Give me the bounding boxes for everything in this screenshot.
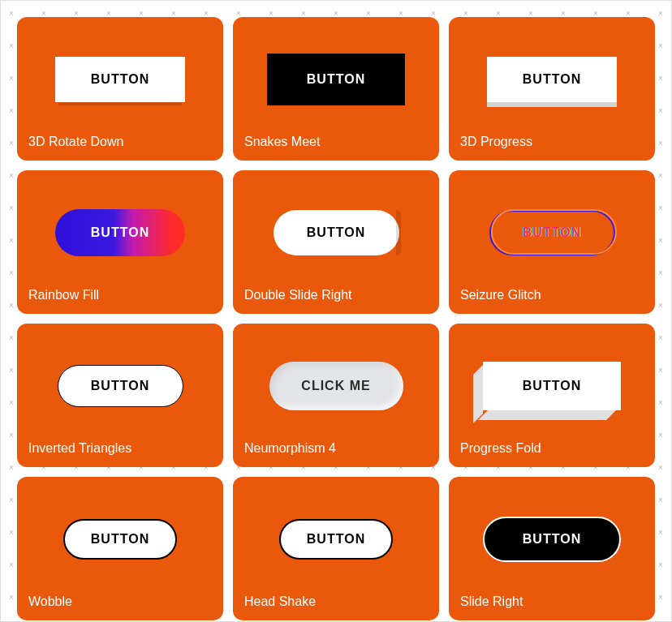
card-progress-fold[interactable]: BUTTON Progress Fold <box>449 324 655 467</box>
button-area: BUTTON <box>460 335 644 436</box>
button-label: BUTTON <box>523 72 581 87</box>
card-slide-right[interactable]: BUTTON Slide Right <box>449 477 655 620</box>
button-label: BUTTON <box>307 72 365 87</box>
button-label: BUTTON <box>91 532 149 547</box>
card-head-shake[interactable]: BUTTON Head Shake <box>233 477 439 620</box>
button-gallery-grid: BUTTON 3D Rotate Down BUTTON Snakes Meet… <box>1 1 671 622</box>
demo-button[interactable]: BUTTON <box>267 54 405 105</box>
card-snakes-meet[interactable]: BUTTON Snakes Meet <box>233 17 439 161</box>
demo-button[interactable]: BUTTON <box>483 517 621 562</box>
card-title: Double Slide Right <box>244 288 428 302</box>
card-double-slide-right[interactable]: BUTTON Double Slide Right <box>233 170 439 314</box>
button-area: BUTTON <box>460 28 644 130</box>
button-label: BUTTON <box>307 225 365 240</box>
button-label: BUTTON <box>91 72 149 87</box>
demo-button[interactable]: BUTTON <box>483 362 621 410</box>
button-area: BUTTON <box>460 182 644 283</box>
button-area: BUTTON <box>28 28 212 130</box>
card-title: Wobble <box>28 594 212 609</box>
card-title: Snakes Meet <box>244 135 428 149</box>
demo-button[interactable]: BUTTON <box>55 57 185 102</box>
demo-button[interactable]: BUTTON <box>279 519 393 560</box>
card-title: Rainbow Fill <box>28 288 212 302</box>
card-wobble[interactable]: BUTTON Wobble <box>17 477 223 620</box>
button-area: BUTTON <box>244 182 428 283</box>
button-label: BUTTON <box>523 532 581 547</box>
card-inverted-triangles[interactable]: BUTTON Inverted Triangles <box>17 324 223 467</box>
card-seizure-glitch[interactable]: BUTTON Seizure Glitch <box>449 170 655 314</box>
card-3d-progress[interactable]: BUTTON 3D Progress <box>449 17 655 161</box>
button-label: BUTTON <box>307 532 365 547</box>
button-area: BUTTON <box>460 488 644 590</box>
card-title: 3D Progress <box>460 135 644 149</box>
card-title: Inverted Triangles <box>28 441 212 456</box>
button-area: BUTTON <box>28 335 212 436</box>
demo-button[interactable]: CLICK ME <box>269 362 403 410</box>
button-label: BUTTON <box>91 225 149 240</box>
button-area: BUTTON <box>244 28 428 130</box>
button-label: BUTTON <box>523 379 581 393</box>
demo-button[interactable]: BUTTON <box>487 57 617 102</box>
demo-button[interactable]: BUTTON <box>55 209 185 256</box>
button-area: BUTTON <box>28 488 212 590</box>
button-area: BUTTON <box>28 182 212 283</box>
card-title: Neumorphism 4 <box>244 441 428 456</box>
button-label: BUTTON <box>91 379 149 393</box>
button-area: CLICK ME <box>244 335 428 436</box>
card-title: Slide Right <box>460 594 644 609</box>
card-title: Seizure Glitch <box>460 288 644 302</box>
button-area: BUTTON <box>244 488 428 590</box>
demo-button[interactable]: BUTTON <box>489 210 615 255</box>
card-title: 3D Rotate Down <box>28 135 212 149</box>
button-label: CLICK ME <box>301 379 370 393</box>
button-label: BUTTON <box>523 225 581 240</box>
card-neumorphism-4[interactable]: CLICK ME Neumorphism 4 <box>233 324 439 467</box>
demo-button[interactable]: BUTTON <box>58 365 183 407</box>
card-title: Head Shake <box>244 594 428 609</box>
demo-button[interactable]: BUTTON <box>274 210 399 255</box>
demo-button[interactable]: BUTTON <box>63 519 177 560</box>
card-title: Progress Fold <box>460 441 644 456</box>
card-rainbow-fill[interactable]: BUTTON Rainbow Fill <box>17 170 223 314</box>
card-3d-rotate-down[interactable]: BUTTON 3D Rotate Down <box>17 17 223 161</box>
